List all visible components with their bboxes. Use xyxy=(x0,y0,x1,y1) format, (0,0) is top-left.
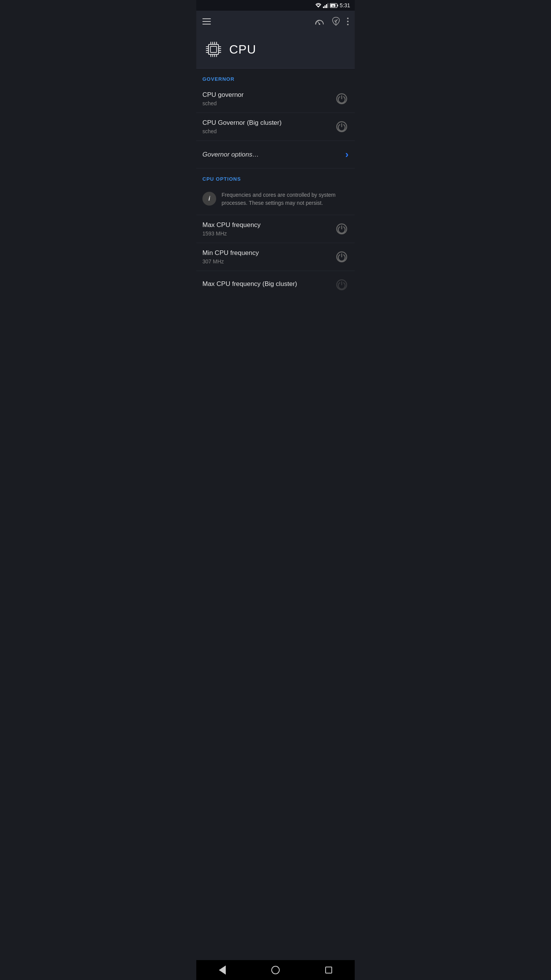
wifi-icon xyxy=(315,3,321,8)
svg-rect-1 xyxy=(324,5,326,8)
power-button-cpu-governor-big[interactable] xyxy=(335,120,349,134)
top-bar-right xyxy=(314,17,349,26)
list-item-subtitle: sched xyxy=(202,100,335,106)
info-text: Frequencies and cores are controlled by … xyxy=(222,191,349,207)
top-bar-left xyxy=(202,18,211,24)
section-label-governor: GOVERNOR xyxy=(196,69,355,85)
battery-icon: 78 xyxy=(330,3,338,8)
list-item-content: Max CPU frequency (Big cluster) xyxy=(202,280,335,289)
svg-rect-2 xyxy=(326,4,327,8)
info-icon: i xyxy=(202,192,216,206)
power-button-cpu-governor[interactable] xyxy=(335,92,349,106)
list-item-content: Max CPU frequency 1593 MHz xyxy=(202,221,335,237)
cpu-chip-icon xyxy=(204,40,223,59)
list-item-min-cpu-freq[interactable]: Min CPU frequency 307 MHz xyxy=(196,243,355,271)
list-item-title: Min CPU frequency xyxy=(202,249,335,257)
list-item-governor-options[interactable]: Governor options… › xyxy=(196,141,355,168)
list-item-content: CPU Governor (Big cluster) sched xyxy=(202,119,335,134)
more-options-button[interactable] xyxy=(347,18,349,25)
section-label-cpu-options: CPU OPTIONS xyxy=(196,168,355,185)
power-button-max-cpu-freq[interactable] xyxy=(335,222,349,236)
svg-point-9 xyxy=(319,23,320,25)
page-title: CPU xyxy=(229,42,256,57)
list-item-cpu-governor[interactable]: CPU governor sched xyxy=(196,85,355,113)
svg-rect-5 xyxy=(337,5,338,7)
list-item-title: Max CPU frequency xyxy=(202,221,335,229)
list-item-title: CPU Governor (Big cluster) xyxy=(202,119,335,127)
list-item-title: Max CPU frequency (Big cluster) xyxy=(202,280,335,288)
governor-options-title: Governor options… xyxy=(202,151,259,158)
svg-text:78: 78 xyxy=(332,5,334,7)
list-item-subtitle: 1593 MHz xyxy=(202,230,335,237)
signal-icon xyxy=(323,3,328,8)
list-item-title: CPU governor xyxy=(202,91,335,99)
menu-button[interactable] xyxy=(202,18,211,24)
chevron-right-icon: › xyxy=(345,149,349,160)
svg-rect-0 xyxy=(323,7,324,8)
list-item-content: CPU governor sched xyxy=(202,91,335,106)
svg-rect-10 xyxy=(209,44,218,54)
svg-rect-11 xyxy=(210,46,217,52)
list-item-content: Min CPU frequency 307 MHz xyxy=(202,249,335,265)
list-item-subtitle: 307 MHz xyxy=(202,258,335,265)
page-header: CPU xyxy=(196,32,355,69)
status-icons: 78 5:31 xyxy=(315,2,350,8)
speedometer-icon[interactable] xyxy=(314,17,325,26)
top-bar xyxy=(196,11,355,32)
list-item-cpu-governor-big[interactable]: CPU Governor (Big cluster) sched xyxy=(196,113,355,141)
list-item-max-cpu-freq[interactable]: Max CPU frequency 1593 MHz xyxy=(196,215,355,243)
power-button-min-cpu-freq[interactable] xyxy=(335,250,349,264)
status-bar: 78 5:31 xyxy=(196,0,355,11)
power-button-max-cpu-freq-big[interactable] xyxy=(335,278,349,292)
list-item-subtitle: sched xyxy=(202,128,335,134)
list-item-max-cpu-freq-big[interactable]: Max CPU frequency (Big cluster) xyxy=(196,271,355,299)
status-time: 5:31 xyxy=(340,2,350,8)
leaf-icon[interactable] xyxy=(332,17,340,26)
svg-rect-3 xyxy=(328,3,328,8)
info-banner: i Frequencies and cores are controlled b… xyxy=(196,185,355,215)
